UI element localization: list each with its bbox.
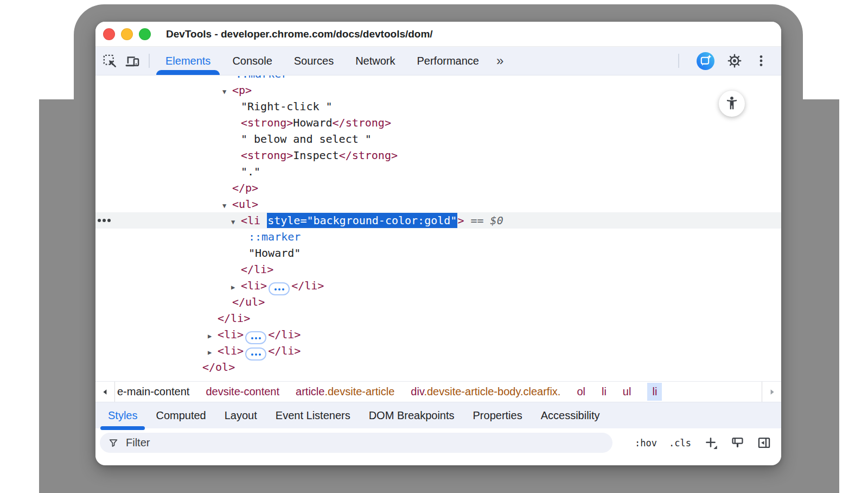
breadcrumb-prev-icon <box>102 389 108 395</box>
panel-tab-layout[interactable]: Layout <box>215 402 266 428</box>
ai-assistance-icon[interactable] <box>696 52 715 71</box>
tab-console[interactable]: Console <box>221 47 283 75</box>
styles-filter-bar: :hov .cls <box>95 428 781 457</box>
breadcrumb-item[interactable]: ul <box>623 385 631 398</box>
dom-tree-row-selected[interactable]: ▼<li style="background-color:gold"> == $… <box>95 212 781 229</box>
dom-token-tag: </ul> <box>232 295 265 308</box>
dom-tree-row[interactable]: ▼<p> <box>95 82 781 98</box>
panel-tab-event-listeners[interactable]: Event Listeners <box>266 402 360 428</box>
dom-token-text: Howard <box>293 116 332 129</box>
dom-tree-row[interactable]: </p> <box>95 180 781 196</box>
dom-token-pseudo: ::marker <box>248 230 301 243</box>
dom-tree-row[interactable]: "Right-click " <box>95 98 781 115</box>
breadcrumb-item[interactable]: ol <box>577 385 585 398</box>
dom-token-tag: <p> <box>232 84 252 97</box>
dom-tree-row[interactable]: </li> <box>95 310 781 326</box>
dom-tree-row[interactable]: ▶<li></li> <box>95 277 781 294</box>
panel-tab-strip: StylesComputedLayoutEvent ListenersDOM B… <box>95 402 781 428</box>
more-actions-dots[interactable] <box>98 219 111 222</box>
toolbar-right-icons <box>673 52 781 71</box>
dom-token-tag: </li> <box>268 328 301 341</box>
window-title: DevTools - developer.chrome.com/docs/dev… <box>166 28 433 40</box>
dom-token-tag: </p> <box>232 181 258 194</box>
toolbar-tab-strip: ElementsConsoleSourcesNetworkPerformance <box>155 47 490 75</box>
close-button[interactable] <box>103 28 115 40</box>
more-tabs-icon[interactable]: » <box>496 53 502 68</box>
dom-tree-row[interactable]: ::marker <box>95 229 781 245</box>
accessibility-overlay-button[interactable] <box>719 91 745 117</box>
styles-pane-controls: :hov .cls <box>635 435 771 451</box>
dom-token-tag: <li> <box>218 344 244 357</box>
dom-token-tag: </strong> <box>333 116 391 129</box>
breadcrumb-item[interactable]: e-main-content <box>117 385 189 398</box>
dom-tree-row[interactable]: ::marker <box>95 75 781 82</box>
dom-token-tag: <li <box>241 214 267 227</box>
toolbar-divider <box>149 54 150 68</box>
tab-performance[interactable]: Performance <box>406 47 490 75</box>
window-controls <box>95 28 151 40</box>
toggle-sidebar-icon[interactable] <box>757 435 771 450</box>
filter-input[interactable] <box>125 436 605 450</box>
dom-tree-row[interactable]: </li> <box>95 261 781 277</box>
panel-tab-computed[interactable]: Computed <box>146 402 215 428</box>
dom-tree-row[interactable]: </ol> <box>95 359 781 375</box>
dom-token-muted: == <box>464 214 490 227</box>
dom-token-text: "Right-click " <box>241 100 333 113</box>
dom-tree-row[interactable]: "Howard" <box>95 245 781 261</box>
dom-token-tag: <li> <box>241 279 267 292</box>
breadcrumb-item[interactable]: div.devsite-article-body.clearfix. <box>411 385 560 398</box>
toolbar-right-divider <box>678 54 679 68</box>
dom-token-tag: </strong> <box>339 149 398 162</box>
dom-tree-row[interactable]: "." <box>95 163 781 180</box>
expand-arrow-icon[interactable]: ▶ <box>208 344 218 361</box>
panel-tab-properties[interactable]: Properties <box>464 402 532 428</box>
panel-tab-dom-breakpoints[interactable]: DOM Breakpoints <box>360 402 464 428</box>
dom-token-tag: <ul> <box>232 198 258 211</box>
dom-token-attr_sel: style="background-color:gold" <box>267 213 457 228</box>
dom-token-tag: </li> <box>268 344 301 357</box>
dom-token-tag: <strong> <box>241 116 293 129</box>
tab-sources[interactable]: Sources <box>283 47 344 75</box>
toggle-device-toolbar-icon[interactable] <box>125 53 140 68</box>
filter-field[interactable] <box>100 433 612 453</box>
inspect-element-icon[interactable] <box>103 54 117 68</box>
devtools-window: DevTools - developer.chrome.com/docs/dev… <box>95 22 781 465</box>
breadcrumb: e-main-contentdevsite-contentarticle.dev… <box>115 382 762 402</box>
dom-tree-row[interactable]: <strong>Inspect</strong> <box>95 147 781 163</box>
collapse-arrow-icon[interactable]: ▼ <box>231 214 241 230</box>
element-classes-button[interactable]: .cls <box>669 438 691 448</box>
expand-arrow-icon[interactable]: ▶ <box>208 328 218 344</box>
dom-tree-row[interactable]: </ul> <box>95 294 781 310</box>
collapse-arrow-icon[interactable]: ▼ <box>222 84 232 100</box>
dom-token-muted_italic: $0 <box>490 214 503 227</box>
dom-token-tag: </li> <box>241 263 273 276</box>
breadcrumb-item[interactable]: article.devsite-article <box>296 385 394 398</box>
tab-network[interactable]: Network <box>344 47 406 75</box>
dom-tree-row[interactable]: <strong>Howard</strong> <box>95 115 781 131</box>
tab-elements[interactable]: Elements <box>155 47 221 75</box>
rendering-brush-icon[interactable] <box>730 435 745 450</box>
filter-funnel-icon <box>107 437 119 449</box>
dom-token-tag: </li> <box>218 312 250 325</box>
dom-tree-row[interactable]: ▶<li></li> <box>95 326 781 343</box>
breadcrumb-prev-button[interactable] <box>95 382 115 402</box>
dom-tree-row[interactable]: " below and select " <box>95 131 781 147</box>
dom-tree-row[interactable]: ▶<li></li> <box>95 343 781 359</box>
breadcrumb-next-button[interactable] <box>762 382 781 402</box>
collapse-arrow-icon[interactable]: ▼ <box>222 198 232 214</box>
dom-token-text: "." <box>241 165 260 178</box>
settings-gear-icon[interactable] <box>727 53 742 68</box>
expand-arrow-icon[interactable]: ▶ <box>231 279 241 295</box>
toggle-element-state-button[interactable]: :hov <box>635 438 657 448</box>
breadcrumb-item[interactable]: devsite-content <box>206 385 279 398</box>
customize-menu-icon[interactable] <box>754 54 768 68</box>
breadcrumb-item[interactable]: li <box>647 383 662 401</box>
panel-tab-styles[interactable]: Styles <box>99 402 146 428</box>
minimize-button[interactable] <box>121 28 133 40</box>
panel-tab-accessibility[interactable]: Accessibility <box>532 402 609 428</box>
new-style-rule-icon[interactable] <box>703 435 718 451</box>
dom-tree-row[interactable]: ▼<ul> <box>95 196 781 212</box>
zoom-button[interactable] <box>139 28 151 40</box>
dom-token-tag: > <box>457 214 464 227</box>
breadcrumb-item[interactable]: li <box>602 385 607 398</box>
